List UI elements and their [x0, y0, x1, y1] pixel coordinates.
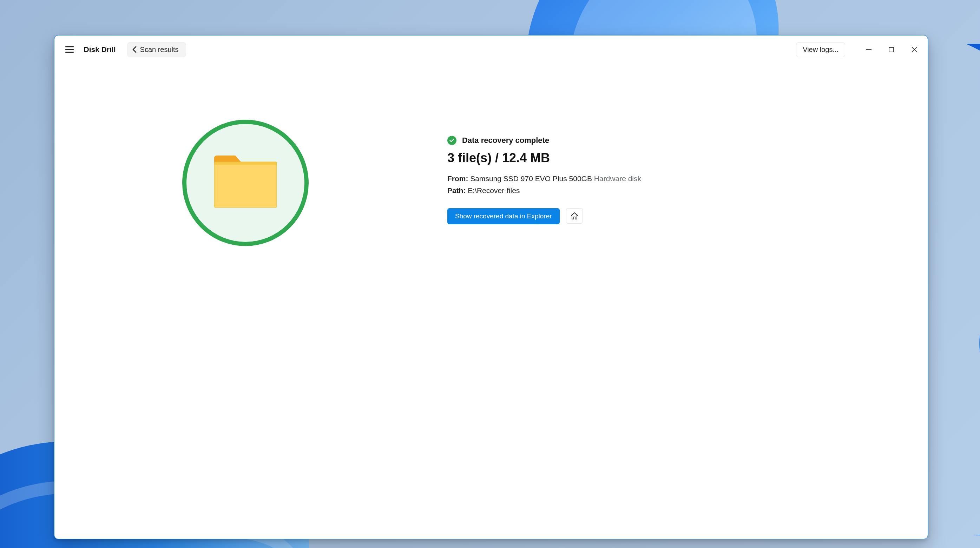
svg-rect-3: [866, 49, 872, 50]
back-button[interactable]: Scan results: [127, 42, 186, 57]
svg-rect-1: [65, 49, 74, 50]
minimize-icon: [866, 47, 872, 52]
path-label: Path:: [447, 186, 466, 194]
window-controls: [857, 41, 926, 58]
from-label: From:: [447, 175, 468, 183]
app-window: Disk Drill Scan results View logs...: [54, 35, 928, 539]
close-button[interactable]: [903, 41, 926, 58]
home-button[interactable]: [566, 208, 583, 224]
minimize-button[interactable]: [857, 41, 880, 58]
illustration-pane: [54, 120, 447, 246]
show-in-explorer-button[interactable]: Show recovered data in Explorer: [447, 208, 560, 224]
app-title: Disk Drill: [84, 45, 116, 54]
folder-icon: [212, 155, 279, 211]
path-row: Path: E:\Recover-files: [447, 186, 928, 195]
success-circle: [182, 120, 309, 246]
from-row: From: Samsung SSD 970 EVO Plus 500GB Har…: [447, 175, 928, 183]
svg-rect-4: [889, 48, 894, 52]
info-pane: Data recovery complete 3 file(s) / 12.4 …: [447, 120, 928, 224]
svg-rect-5: [214, 162, 277, 208]
recovery-summary: 3 file(s) / 12.4 MB: [447, 151, 928, 165]
titlebar: Disk Drill Scan results View logs...: [54, 35, 928, 64]
svg-rect-6: [214, 162, 277, 165]
hamburger-icon: [65, 46, 74, 52]
checkmark-icon: [449, 138, 454, 143]
action-row: Show recovered data in Explorer: [447, 208, 928, 224]
status-row: Data recovery complete: [447, 136, 928, 145]
content-area: Data recovery complete 3 file(s) / 12.4 …: [54, 64, 928, 539]
close-icon: [912, 47, 917, 52]
view-logs-button[interactable]: View logs...: [796, 42, 845, 57]
back-label: Scan results: [140, 46, 179, 54]
svg-rect-2: [65, 52, 74, 52]
chevron-left-icon: [132, 46, 137, 52]
from-kind: Hardware disk: [594, 175, 641, 183]
menu-button[interactable]: [63, 43, 76, 56]
from-value: Samsung SSD 970 EVO Plus 500GB: [470, 175, 592, 183]
svg-rect-0: [65, 46, 74, 47]
path-value: E:\Recover-files: [468, 186, 520, 194]
status-text: Data recovery complete: [462, 136, 549, 145]
home-icon: [570, 212, 579, 220]
maximize-button[interactable]: [880, 41, 903, 58]
maximize-icon: [889, 47, 894, 52]
success-badge: [447, 136, 457, 145]
